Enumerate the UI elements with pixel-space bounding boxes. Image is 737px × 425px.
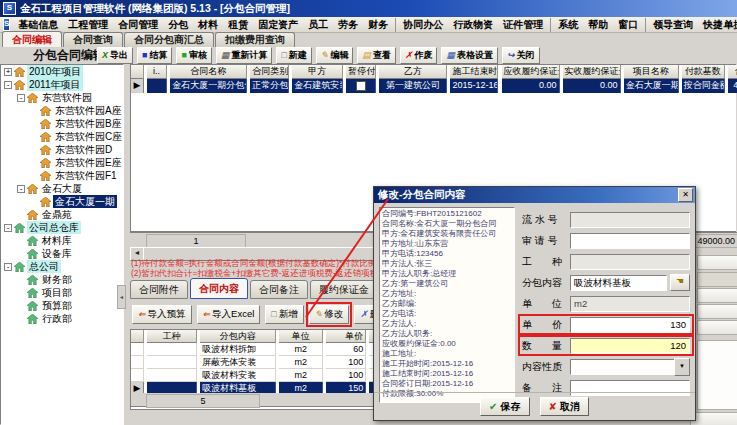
- work-type-input[interactable]: [570, 254, 690, 270]
- tree-item[interactable]: 金石大厦一期: [1, 195, 123, 208]
- toolbar-button[interactable]: 审核: [176, 47, 211, 64]
- tree-expander-icon[interactable]: -: [4, 81, 12, 89]
- tree-item[interactable]: - 金石大厦: [1, 182, 123, 195]
- detail-tab[interactable]: 履约保证金: [310, 280, 378, 299]
- menu-item[interactable]: 材料: [193, 18, 223, 32]
- tree-expander-icon[interactable]: -: [17, 94, 25, 102]
- tree-item[interactable]: 预算部: [1, 299, 123, 312]
- menu-item[interactable]: 劳务: [333, 18, 363, 32]
- detail-tab[interactable]: 合同内容: [190, 278, 248, 299]
- col-contract-name[interactable]: 合同名称: [170, 65, 247, 79]
- detail-toolbar-button[interactable]: 新增: [265, 305, 303, 324]
- tree-item[interactable]: - 公司总仓库: [1, 221, 123, 234]
- detail-toolbar-button[interactable]: 导入Excel: [197, 305, 261, 324]
- tree-expander-icon[interactable]: +: [4, 68, 12, 76]
- tree-expander-icon[interactable]: -: [4, 224, 12, 232]
- nature-select[interactable]: [570, 359, 689, 375]
- menu-item[interactable]: 员工: [303, 18, 333, 32]
- detail-tab[interactable]: 合同附件: [130, 280, 188, 299]
- col-unit-price[interactable]: 单价: [326, 330, 366, 343]
- tree-item[interactable]: - 东营软件园: [1, 91, 123, 104]
- contract-row[interactable]: ▶ 金石大厦一期分包合同 正常分包 金石建筑安装有限 第一建筑公司 2015-1…: [131, 79, 736, 93]
- tree-item[interactable]: - 总公司: [1, 260, 123, 273]
- col-contract-amount[interactable]: 合同金额: [728, 65, 737, 79]
- detail-tab[interactable]: 合同备注: [250, 280, 308, 299]
- col-unit[interactable]: 单位: [279, 330, 323, 343]
- tree-item[interactable]: 东营软件园A座: [1, 104, 123, 117]
- quantity-input[interactable]: 120: [570, 338, 690, 354]
- tree-expander-icon[interactable]: -: [17, 185, 25, 193]
- tree-item[interactable]: 金鼎苑: [1, 208, 123, 221]
- toolbar-button[interactable]: 新建: [276, 47, 311, 64]
- tree-item[interactable]: 项目部: [1, 286, 123, 299]
- tree-item[interactable]: 东营软件园D: [1, 143, 123, 156]
- toolbar-button[interactable]: 编辑: [316, 47, 354, 64]
- col-end-date[interactable]: 施工结束时间: [450, 65, 498, 79]
- col-party-a[interactable]: 甲方: [292, 65, 343, 79]
- tree-item[interactable]: 材料库: [1, 234, 123, 247]
- save-button[interactable]: ✔ 保存: [480, 397, 529, 416]
- menu-item[interactable]: 系统: [553, 18, 583, 32]
- menu-item[interactable]: 基础信息: [13, 18, 63, 32]
- toolbar-button[interactable]: 关闭: [502, 47, 540, 64]
- menu-item[interactable]: 合同管理: [113, 18, 163, 32]
- field-row-nature: 内容性质 ▼: [522, 356, 690, 377]
- cancel-button[interactable]: ✘ 取消: [540, 397, 589, 416]
- toolbar-button[interactable]: 导出: [97, 47, 133, 64]
- tab[interactable]: 合同查询: [63, 32, 123, 47]
- col-work-type[interactable]: 工种: [147, 330, 197, 343]
- tree-item[interactable]: - 2011年项目: [1, 78, 123, 91]
- tree-item[interactable]: 东营软件园E座: [1, 156, 123, 169]
- col-project-name[interactable]: 项目名称: [624, 65, 679, 79]
- menu-item[interactable]: 租赁: [223, 18, 253, 32]
- tree-item[interactable]: 东营软件园F1: [1, 169, 123, 182]
- menu-item[interactable]: 行政物资: [448, 18, 498, 32]
- menu-item[interactable]: 财务: [363, 18, 396, 32]
- tab[interactable]: 合同编辑: [2, 31, 62, 47]
- col-deposit-due[interactable]: 应收履约保证金: [502, 65, 560, 79]
- col-contract-type[interactable]: 合同类别: [250, 65, 289, 79]
- detail-toolbar-button[interactable]: 导入预算: [132, 305, 192, 324]
- toolbar-button[interactable]: 作废: [400, 47, 438, 64]
- content-lookup-icon[interactable]: ☚: [670, 274, 690, 291]
- tree-expander-icon[interactable]: -: [4, 263, 12, 271]
- review-no-input[interactable]: [570, 233, 690, 249]
- unit-price-input[interactable]: 130: [570, 317, 690, 333]
- toolbar-button[interactable]: 重新计算: [216, 47, 273, 64]
- menu-item[interactable]: 固定资产: [253, 18, 303, 32]
- dialog-close-icon[interactable]: ✕: [678, 188, 693, 202]
- menu-item[interactable]: 分包: [163, 18, 193, 32]
- detail-toolbar-button[interactable]: 修改: [309, 305, 350, 324]
- menu-item[interactable]: 协同办公: [398, 18, 448, 32]
- col-subcontract-content[interactable]: 分包内容: [200, 330, 276, 343]
- tree-item[interactable]: 财务部: [1, 273, 123, 286]
- tree-item[interactable]: 东营软件园C座: [1, 130, 123, 143]
- pause-checkbox[interactable]: [356, 81, 366, 91]
- tree-item[interactable]: + 2010年项目: [1, 65, 123, 78]
- tree-item[interactable]: 设备库: [1, 247, 123, 260]
- col-deposit-received[interactable]: 实收履约保证金: [563, 65, 621, 79]
- unit-input[interactable]: m2: [570, 296, 690, 312]
- tab[interactable]: 合同分包商汇总: [124, 32, 214, 47]
- menu-item[interactable]: 证件管理: [498, 18, 551, 32]
- menu-item[interactable]: 领导查询: [648, 18, 698, 32]
- tab[interactable]: 扣缴费用查询: [215, 32, 295, 47]
- toolbar-button[interactable]: 结算: [137, 47, 172, 64]
- menu-item[interactable]: 窗口: [613, 18, 646, 32]
- dialog-title-bar[interactable]: 修改-分包合同内容 ✕: [374, 187, 695, 203]
- dropdown-arrow-icon[interactable]: ▼: [674, 358, 690, 376]
- tree-item[interactable]: 东营软件园B座: [1, 117, 123, 130]
- col-pause-payment[interactable]: 暂停付款: [346, 65, 376, 79]
- menu-item[interactable]: 帮助: [583, 18, 613, 32]
- toolbar-button[interactable]: 查看: [357, 47, 396, 64]
- menu-item[interactable]: 快捷单据: [698, 18, 737, 32]
- toolbar-button[interactable]: 表格设置: [441, 47, 498, 64]
- col-index[interactable]: i..: [147, 65, 167, 79]
- col-pay-base[interactable]: 付款基数: [682, 65, 725, 79]
- serial-input[interactable]: [570, 212, 690, 228]
- content-input[interactable]: 吸波材料基板: [570, 275, 667, 291]
- splitter-collapse-icon[interactable]: ◂: [117, 285, 126, 309]
- col-party-b[interactable]: 乙方: [379, 65, 447, 79]
- menu-item[interactable]: 工程管理: [63, 18, 113, 32]
- tree-item[interactable]: 行政部: [1, 312, 123, 325]
